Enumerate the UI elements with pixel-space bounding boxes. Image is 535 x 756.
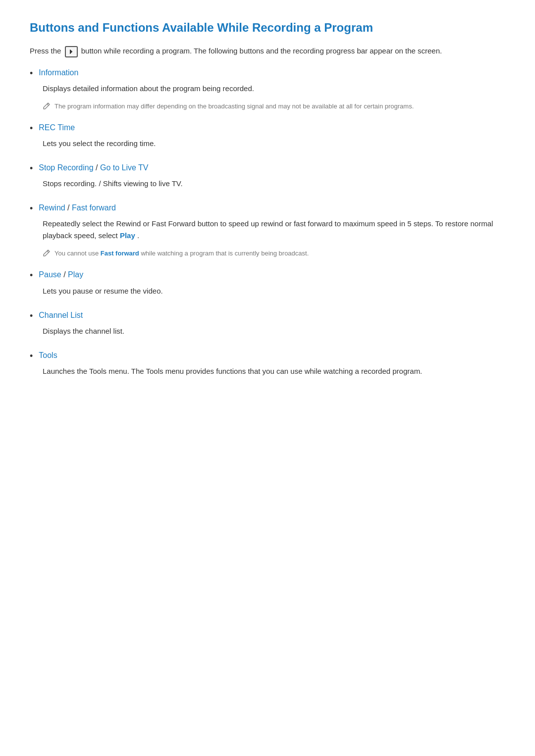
bullet-header-stop-recording: • Stop Recording / Go to Live TV xyxy=(30,162,505,175)
description-channel-list: Displays the channel list. xyxy=(43,325,505,337)
bullet-label-tools: Tools xyxy=(39,350,57,361)
label-fast-forward: Fast forward xyxy=(72,203,116,212)
bullet-label-information: Information xyxy=(39,67,78,78)
feature-list: • Information Displays detailed informat… xyxy=(30,67,505,381)
note-information: The program information may differ depen… xyxy=(43,101,505,111)
list-item-rec-time: • REC Time Lets you select the recording… xyxy=(30,122,505,153)
note-bold-fast-forward: Fast forward xyxy=(101,250,139,257)
description-stop-recording: Stops recording. / Shifts viewing to liv… xyxy=(43,178,505,190)
intro-text-after: button while recording a program. The fo… xyxy=(81,47,442,55)
pencil-icon xyxy=(43,102,51,111)
label-text-rec-time: REC Time xyxy=(39,123,75,132)
bullet-header-rec-time: • REC Time xyxy=(30,122,505,135)
description-rewind: Repeatedly select the Rewind or Fast For… xyxy=(43,218,505,242)
list-item-stop-recording: • Stop Recording / Go to Live TV Stops r… xyxy=(30,162,505,194)
bullet-label-channel-list: Channel List xyxy=(39,310,83,321)
description-tools: Launches the Tools menu. The Tools menu … xyxy=(43,365,505,377)
separator-stop-recording: / xyxy=(94,163,100,172)
bullet-dot: • xyxy=(30,162,33,175)
description-rec-time: Lets you select the recording time. xyxy=(43,138,505,150)
label-stop-recording: Stop Recording xyxy=(39,163,93,172)
description-information: Displays detailed information about the … xyxy=(43,83,505,95)
label-play: Play xyxy=(68,270,83,279)
bullet-dot: • xyxy=(30,202,33,215)
list-item-pause-play: • Pause / Play Lets you pause or resume … xyxy=(30,269,505,301)
bullet-label-stop-recording: Stop Recording / Go to Live TV xyxy=(39,162,148,173)
list-item-channel-list: • Channel List Displays the channel list… xyxy=(30,310,505,341)
bullet-header-pause-play: • Pause / Play xyxy=(30,269,505,282)
separator-rewind: / xyxy=(65,203,72,212)
page-title: Buttons and Functions Available While Re… xyxy=(30,20,505,35)
label-pause: Pause xyxy=(39,270,61,279)
separator-pause-play: / xyxy=(61,270,68,279)
note-rewind: You cannot use Fast forward while watchi… xyxy=(43,249,505,258)
bullet-dot: • xyxy=(30,350,33,362)
bullet-label-rewind: Rewind / Fast forward xyxy=(39,202,116,213)
intro-paragraph: Press the ⏵ button while recording a pro… xyxy=(30,45,505,57)
note-text-rewind: You cannot use Fast forward while watchi… xyxy=(54,249,309,258)
intro-text-before: Press the xyxy=(30,47,61,55)
list-item-information: • Information Displays detailed informat… xyxy=(30,67,505,113)
note-text-information: The program information may differ depen… xyxy=(54,101,414,111)
info-button-icon: ⏵ xyxy=(65,46,78,57)
bullet-header-tools: • Tools xyxy=(30,350,505,362)
page-container: Buttons and Functions Available While Re… xyxy=(0,0,535,420)
description-pause-play: Lets you pause or resume the video. xyxy=(43,285,505,297)
list-item-rewind: • Rewind / Fast forward Repeatedly selec… xyxy=(30,202,505,260)
bullet-header-information: • Information xyxy=(30,67,505,80)
desc-before: Repeatedly select the Rewind or Fast For… xyxy=(43,219,493,240)
desc-link-play: Play xyxy=(120,231,135,240)
pencil-icon-rewind xyxy=(43,249,51,258)
bullet-label-pause-play: Pause / Play xyxy=(39,269,83,280)
label-text-channel-list: Channel List xyxy=(39,311,83,319)
label-text-tools: Tools xyxy=(39,351,57,359)
bullet-header-channel-list: • Channel List xyxy=(30,310,505,322)
bullet-dot: • xyxy=(30,67,33,80)
label-go-to-live: Go to Live TV xyxy=(100,163,149,172)
bullet-label-rec-time: REC Time xyxy=(39,122,75,133)
bullet-header-rewind: • Rewind / Fast forward xyxy=(30,202,505,215)
bullet-dot: • xyxy=(30,269,33,282)
label-text-information: Information xyxy=(39,68,78,77)
list-item-tools: • Tools Launches the Tools menu. The Too… xyxy=(30,350,505,381)
label-rewind: Rewind xyxy=(39,203,65,212)
bullet-dot: • xyxy=(30,310,33,322)
desc-after: . xyxy=(137,231,139,240)
bullet-dot: • xyxy=(30,122,33,135)
